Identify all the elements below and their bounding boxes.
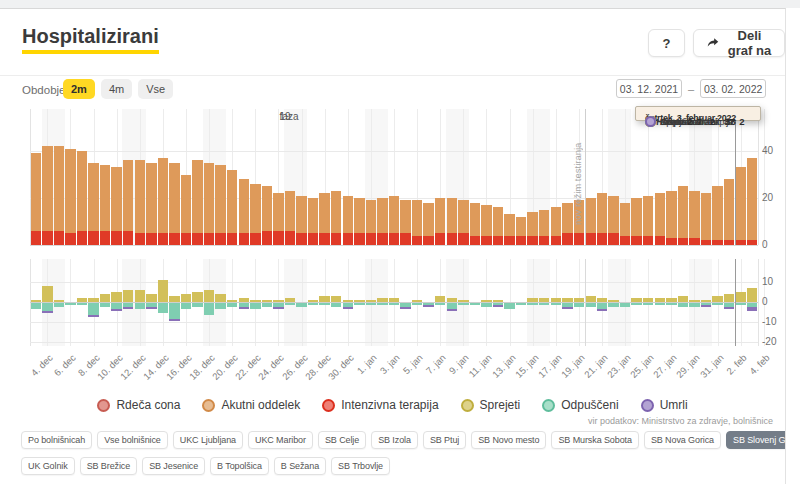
bar-intenzivna-terapija[interactable] bbox=[42, 231, 53, 245]
bar-sprejeti[interactable] bbox=[631, 298, 642, 302]
bar-sprejeti[interactable] bbox=[747, 288, 758, 302]
bar-akutni-oddelek[interactable] bbox=[181, 175, 192, 234]
bar-sprejeti[interactable] bbox=[215, 294, 226, 302]
bar-odpusceni[interactable] bbox=[169, 303, 180, 319]
bar-sprejeti[interactable] bbox=[551, 298, 562, 302]
bar-akutni-oddelek[interactable] bbox=[158, 158, 169, 233]
hospital-button-sb-celje[interactable]: SB Celje bbox=[318, 431, 366, 449]
bar-umrli[interactable] bbox=[343, 307, 354, 309]
hospital-button-sb-brezice[interactable]: SB Brežice bbox=[80, 457, 138, 475]
bar-akutni-oddelek[interactable] bbox=[250, 184, 261, 233]
bar-umrli[interactable] bbox=[747, 307, 758, 311]
bar-odpusceni[interactable] bbox=[574, 303, 585, 307]
bar-akutni-oddelek[interactable] bbox=[562, 203, 573, 234]
bar-akutni-oddelek[interactable] bbox=[701, 193, 712, 240]
bar-odpusceni[interactable] bbox=[435, 303, 446, 305]
bar-odpusceni[interactable] bbox=[678, 303, 689, 307]
bar-umrli[interactable] bbox=[400, 307, 411, 309]
bar-intenzivna-terapija[interactable] bbox=[701, 240, 712, 245]
bar-intenzivna-terapija[interactable] bbox=[181, 233, 192, 245]
bar-intenzivna-terapija[interactable] bbox=[204, 233, 215, 245]
legend-item-rdeca-cona[interactable]: Rdeča cona bbox=[97, 398, 180, 412]
bar-sprejeti[interactable] bbox=[366, 300, 377, 302]
bar-akutni-oddelek[interactable] bbox=[470, 203, 481, 236]
bar-sprejeti[interactable] bbox=[689, 300, 700, 302]
bar-akutni-oddelek[interactable] bbox=[111, 167, 122, 230]
bar-intenzivna-terapija[interactable] bbox=[262, 231, 273, 245]
bar-odpusceni[interactable] bbox=[262, 303, 273, 307]
bar-akutni-oddelek[interactable] bbox=[597, 193, 608, 233]
hospital-button-sb-ptuj[interactable]: SB Ptuj bbox=[423, 431, 466, 449]
bar-sprejeti[interactable] bbox=[666, 298, 677, 302]
bar-sprejeti[interactable] bbox=[192, 292, 203, 302]
bar-umrli[interactable] bbox=[146, 307, 157, 309]
hospital-button-b-sezana[interactable]: B Sežana bbox=[274, 457, 326, 475]
bar-sprejeti[interactable] bbox=[343, 300, 354, 302]
bar-akutni-oddelek[interactable] bbox=[689, 191, 700, 238]
bar-akutni-oddelek[interactable] bbox=[551, 207, 562, 235]
hospital-button-sb-novo-mesto[interactable]: SB Novo mesto bbox=[471, 431, 546, 449]
bar-akutni-oddelek[interactable] bbox=[435, 198, 446, 233]
bar-intenzivna-terapija[interactable] bbox=[123, 231, 134, 245]
bar-odpusceni[interactable] bbox=[585, 303, 596, 307]
bar-intenzivna-terapija[interactable] bbox=[516, 236, 527, 245]
bar-odpusceni[interactable] bbox=[458, 303, 469, 305]
bar-odpusceni[interactable] bbox=[655, 303, 666, 305]
bar-sprejeti[interactable] bbox=[54, 300, 65, 302]
bar-akutni-oddelek[interactable] bbox=[88, 163, 99, 231]
bar-akutni-oddelek[interactable] bbox=[585, 198, 596, 233]
bar-odpusceni[interactable] bbox=[643, 303, 654, 305]
bar-intenzivna-terapija[interactable] bbox=[481, 236, 492, 245]
bar-akutni-oddelek[interactable] bbox=[296, 196, 307, 234]
bar-akutni-oddelek[interactable] bbox=[285, 191, 296, 231]
bar-akutni-oddelek[interactable] bbox=[400, 200, 411, 233]
bar-akutni-oddelek[interactable] bbox=[366, 200, 377, 233]
bar-umrli[interactable] bbox=[273, 307, 284, 309]
bar-intenzivna-terapija[interactable] bbox=[308, 233, 319, 245]
bar-akutni-oddelek[interactable] bbox=[354, 198, 365, 233]
bar-odpusceni[interactable] bbox=[227, 303, 238, 307]
hospital-button-po-bolnisnicah[interactable]: Po bolnišnicah bbox=[21, 431, 92, 449]
bar-sprejeti[interactable] bbox=[331, 296, 342, 302]
bar-umrli[interactable] bbox=[724, 307, 735, 309]
bar-akutni-oddelek[interactable] bbox=[458, 200, 469, 233]
bar-akutni-oddelek[interactable] bbox=[735, 167, 746, 240]
bar-akutni-oddelek[interactable] bbox=[447, 198, 458, 233]
bar-intenzivna-terapija[interactable] bbox=[574, 233, 585, 245]
bar-intenzivna-terapija[interactable] bbox=[239, 233, 250, 245]
bar-intenzivna-terapija[interactable] bbox=[724, 240, 735, 245]
bar-akutni-oddelek[interactable] bbox=[724, 179, 735, 240]
bar-umrli[interactable] bbox=[447, 309, 458, 311]
bar-sprejeti[interactable] bbox=[169, 296, 180, 302]
bar-sprejeti[interactable] bbox=[585, 296, 596, 302]
bar-akutni-oddelek[interactable] bbox=[100, 165, 111, 231]
bar-odpusceni[interactable] bbox=[354, 303, 365, 305]
bar-intenzivna-terapija[interactable] bbox=[65, 233, 76, 245]
bar-sprejeti[interactable] bbox=[701, 300, 712, 302]
bar-intenzivna-terapija[interactable] bbox=[712, 240, 723, 245]
bar-odpusceni[interactable] bbox=[250, 303, 261, 309]
bar-akutni-oddelek[interactable] bbox=[343, 196, 354, 234]
bar-odpusceni[interactable] bbox=[331, 303, 342, 307]
bar-akutni-oddelek[interactable] bbox=[331, 191, 342, 233]
hospital-button-ukc-maribor[interactable]: UKC Maribor bbox=[248, 431, 313, 449]
bar-akutni-oddelek[interactable] bbox=[215, 165, 226, 233]
hospital-button-sb-nova-gorica[interactable]: SB Nova Gorica bbox=[644, 431, 721, 449]
bar-sprejeti[interactable] bbox=[77, 298, 88, 302]
bar-intenzivna-terapija[interactable] bbox=[666, 238, 677, 245]
bar-odpusceni[interactable] bbox=[296, 303, 307, 307]
bar-akutni-oddelek[interactable] bbox=[643, 196, 654, 236]
bar-odpusceni[interactable] bbox=[620, 303, 631, 307]
bar-intenzivna-terapija[interactable] bbox=[447, 233, 458, 245]
bar-intenzivna-terapija[interactable] bbox=[192, 233, 203, 245]
bar-umrli[interactable] bbox=[169, 319, 180, 321]
bar-akutni-oddelek[interactable] bbox=[377, 198, 388, 233]
bar-odpusceni[interactable] bbox=[319, 303, 330, 305]
bar-sprejeti[interactable] bbox=[319, 296, 330, 302]
bar-odpusceni[interactable] bbox=[100, 303, 111, 307]
bar-umrli[interactable] bbox=[111, 309, 122, 311]
bar-odpusceni[interactable] bbox=[88, 303, 99, 315]
bar-odpusceni[interactable] bbox=[31, 303, 42, 309]
bar-sprejeti[interactable] bbox=[239, 298, 250, 302]
bar-odpusceni[interactable] bbox=[377, 303, 388, 305]
